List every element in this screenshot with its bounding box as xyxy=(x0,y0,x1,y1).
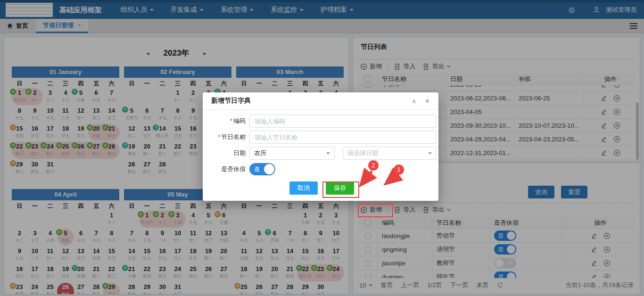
save-button[interactable]: 保存 xyxy=(326,181,354,195)
app-screen: 基础应用框架 组织人员开发集成系统管理系统监控护理档案 测试管理员 首页 节假日… xyxy=(0,0,644,296)
code-field-row: *编码 xyxy=(206,115,437,128)
date-type-value: 农历 xyxy=(254,149,266,157)
dialog-header: 新增节日字典 ∧ ✕ xyxy=(203,92,438,110)
rest-label: 是否休假 xyxy=(206,165,246,173)
toggle-knob xyxy=(264,164,274,174)
date-field-row: 日期 农历 请选择日期 xyxy=(206,147,437,160)
date-type-select[interactable]: 农历 xyxy=(249,147,335,160)
rest-toggle[interactable]: 是 xyxy=(249,163,275,175)
date-label: 日期 xyxy=(206,149,246,157)
caret-down-icon xyxy=(326,152,330,156)
name-label: *节日名称 xyxy=(206,133,246,141)
required-mark: * xyxy=(230,117,232,124)
toggle-label: 是 xyxy=(254,165,260,173)
required-mark: * xyxy=(218,133,220,140)
code-label: *编码 xyxy=(206,117,246,125)
caret-down-icon xyxy=(428,152,432,156)
date-picker-select[interactable]: 请选择日期 xyxy=(343,147,437,160)
close-icon[interactable]: ✕ xyxy=(425,98,430,105)
code-input[interactable] xyxy=(249,115,437,128)
name-field-row: *节日名称 xyxy=(206,131,437,144)
rest-field-row: 是否休假 是 xyxy=(206,163,275,176)
holiday-name-input[interactable] xyxy=(249,131,437,144)
cancel-button[interactable]: 取消 xyxy=(289,181,318,195)
add-holiday-dialog: 新增节日字典 ∧ ✕ *编码 *节日名称 日期 农历 请选择日期 xyxy=(203,92,438,201)
dialog-title: 新增节日字典 xyxy=(211,97,251,105)
dialog-buttons: 取消 保存 xyxy=(206,181,354,195)
date-placeholder: 请选择日期 xyxy=(347,149,378,157)
collapse-icon[interactable]: ∧ xyxy=(412,98,417,105)
